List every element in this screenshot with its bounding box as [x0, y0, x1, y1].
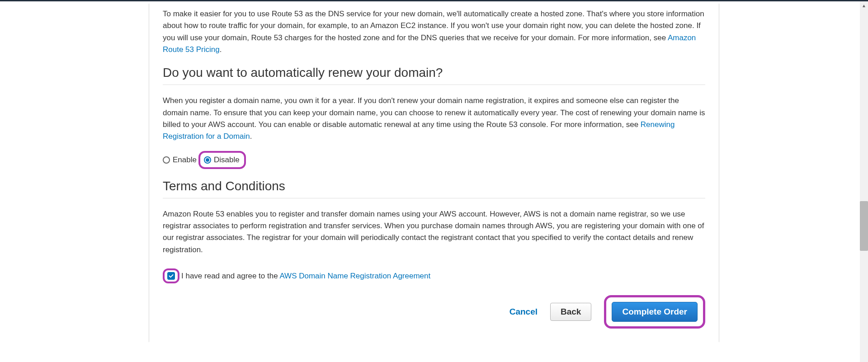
hosted-zone-suffix: . [220, 45, 222, 54]
scrollbar[interactable]: ▲ [860, 1, 868, 362]
back-button[interactable]: Back [550, 303, 591, 321]
enable-radio-input[interactable] [163, 156, 170, 164]
agreement-link[interactable]: AWS Domain Name Registration Agreement [279, 272, 430, 280]
cancel-button[interactable]: Cancel [509, 307, 538, 317]
hosted-zone-info: To make it easier for you to use Route 5… [163, 8, 705, 56]
disable-highlight: Disable [198, 151, 246, 169]
disable-radio-label: Disable [214, 155, 240, 165]
page-wrapper: To make it easier for you to use Route 5… [0, 1, 868, 342]
auto-renew-heading: Do you want to automatically renew your … [163, 66, 705, 85]
disable-radio-input[interactable] [204, 156, 211, 164]
enable-radio-label: Enable [173, 155, 197, 165]
enable-radio-option[interactable]: Enable [163, 155, 197, 165]
complete-highlight: Complete Order [604, 295, 705, 329]
check-icon [168, 273, 174, 279]
auto-renew-info: When you register a domain name, you own… [163, 95, 705, 142]
auto-renew-radio-group: Enable Disable [163, 151, 705, 169]
content-panel: To make it easier for you to use Route 5… [149, 4, 719, 342]
complete-order-button[interactable]: Complete Order [612, 302, 698, 322]
terms-body: Amazon Route 53 enables you to register … [163, 208, 705, 256]
disable-radio-option[interactable]: Disable [204, 155, 240, 165]
scroll-thumb[interactable] [860, 201, 868, 251]
button-row: Cancel Back Complete Order [163, 295, 705, 329]
agree-label: I have read and agree to the AWS Domain … [181, 272, 430, 281]
scroll-up-icon[interactable]: ▲ [860, 1, 868, 9]
auto-renew-text: When you register a domain name, you own… [163, 96, 705, 129]
agree-checkbox[interactable] [167, 272, 175, 280]
terms-heading: Terms and Conditions [163, 179, 705, 198]
hosted-zone-text: To make it easier for you to use Route 5… [163, 9, 704, 42]
agree-checkbox-highlight [163, 268, 179, 283]
auto-renew-suffix: . [250, 132, 252, 141]
agree-prefix: I have read and agree to the [181, 272, 279, 280]
agree-row: I have read and agree to the AWS Domain … [163, 268, 705, 283]
